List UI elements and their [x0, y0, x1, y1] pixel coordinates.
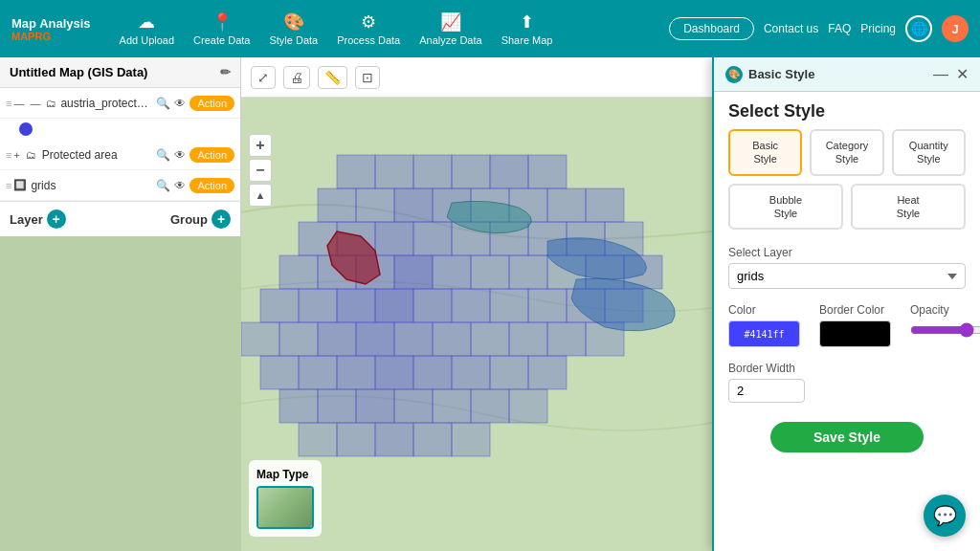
add-layer-btn[interactable]: Layer + — [10, 209, 66, 229]
basic-style-btn[interactable]: BasicStyle — [728, 129, 802, 176]
eye-icon-3[interactable]: 👁 — [174, 179, 186, 192]
svg-rect-28 — [433, 255, 471, 289]
zoom-fit-btn[interactable]: ⤢ — [251, 66, 276, 89]
svg-rect-44 — [241, 322, 279, 356]
pricing-link[interactable]: Pricing — [860, 22, 896, 35]
analyze-icon: 📈 — [440, 11, 461, 33]
measure-btn[interactable]: 📏 — [318, 66, 347, 89]
edit-icon[interactable]: ✏ — [220, 65, 231, 79]
border-color-label: Border Color — [819, 303, 891, 317]
svg-rect-4 — [452, 155, 490, 188]
search-icon-1[interactable]: 🔍 — [156, 97, 170, 110]
svg-rect-24 — [279, 255, 318, 289]
svg-rect-73 — [452, 423, 490, 456]
quantity-style-btn[interactable]: QuantityStyle — [892, 129, 966, 176]
chat-button[interactable]: 💬 — [924, 495, 966, 537]
style-icon: 🎨 — [283, 11, 304, 33]
app-title: Map Analysis — [11, 16, 91, 31]
faq-link[interactable]: FAQ — [828, 22, 851, 35]
svg-rect-69 — [299, 423, 337, 456]
color-section: Color #4141ff Border Color Opacity — [714, 298, 980, 352]
logo-rg: RG — [34, 31, 51, 42]
svg-rect-29 — [471, 255, 509, 289]
zoom-in-btn[interactable]: + — [249, 134, 272, 157]
close-btn[interactable]: ✕ — [956, 65, 969, 83]
north-btn[interactable]: ▲ — [249, 184, 272, 207]
search-icon-3[interactable]: 🔍 — [156, 179, 170, 192]
user-avatar[interactable]: J — [942, 15, 969, 42]
opacity-slider[interactable] — [910, 322, 980, 338]
contact-link[interactable]: Contact us — [764, 22, 818, 35]
print-btn[interactable]: 🖨 — [283, 66, 310, 89]
svg-rect-17 — [375, 222, 413, 255]
style-buttons-row2: BubbleStyle HeatStyle — [714, 184, 980, 242]
logo-area: Map Analysis MAPRG — [11, 16, 91, 42]
settings-btn[interactable]: ⊡ — [355, 66, 380, 89]
layer-minus2: — — [30, 98, 40, 109]
bubble-style-btn[interactable]: BubbleStyle — [728, 184, 843, 231]
svg-rect-72 — [413, 423, 452, 456]
nav-share-map-label: Share Map — [501, 34, 553, 46]
style-buttons-row1: BasicStyle CategoryStyle QuantityStyle — [714, 129, 980, 184]
nav-share-map[interactable]: ⬆ Share Map — [501, 11, 553, 46]
style-panel-header: 🎨 Basic Style — ✕ — [714, 57, 980, 92]
svg-rect-65 — [394, 389, 433, 423]
add-layer-circle[interactable]: + — [47, 209, 66, 229]
svg-rect-5 — [490, 155, 528, 188]
action-btn-1[interactable]: Action — [189, 96, 234, 111]
svg-rect-67 — [471, 389, 509, 423]
svg-rect-14 — [586, 188, 624, 222]
svg-rect-60 — [490, 356, 528, 389]
share-icon: ⬆ — [520, 11, 534, 33]
action-btn-3[interactable]: Action — [189, 178, 234, 193]
add-group-circle[interactable]: + — [212, 209, 231, 229]
create-icon: 📍 — [212, 11, 233, 33]
topbar: Map Analysis MAPRG ☁ Add Upload 📍 Create… — [0, 0, 980, 57]
nav-process-data[interactable]: ⚙ Process Data — [337, 11, 400, 46]
layer-item-grids: ≡ 🔲 grids 🔍 👁 Action — [0, 170, 240, 201]
svg-rect-61 — [528, 356, 567, 389]
panel-header: Untitled Map (GIS Data) ✏ — [0, 57, 240, 88]
zoom-out-btn[interactable]: − — [249, 159, 272, 182]
nav-create-data[interactable]: 📍 Create Data — [193, 11, 250, 46]
svg-rect-55 — [299, 356, 337, 389]
svg-rect-56 — [337, 356, 375, 389]
search-icon-2[interactable]: 🔍 — [156, 148, 170, 162]
add-group-btn[interactable]: Group + — [170, 209, 231, 229]
upload-icon: ☁ — [138, 11, 155, 33]
border-width-input[interactable] — [728, 379, 805, 403]
eye-icon-1[interactable]: 👁 — [174, 97, 186, 110]
category-style-btn[interactable]: CategoryStyle — [810, 129, 883, 176]
panel-title: Untitled Map (GIS Data) — [10, 65, 147, 79]
color-swatch[interactable]: #4141ff — [728, 320, 800, 347]
svg-rect-45 — [279, 322, 318, 356]
action-btn-2[interactable]: Action — [189, 147, 234, 163]
layer-item-protected: ≡ + 🗂 Protected area 🔍 👁 Action — [0, 140, 240, 170]
nav-analyze-data[interactable]: 📈 Analyze Data — [419, 11, 481, 46]
map-thumbnail[interactable] — [256, 486, 314, 529]
color-hex-value: #4141ff — [744, 329, 784, 340]
heat-style-btn[interactable]: HeatStyle — [851, 184, 966, 231]
svg-rect-50 — [471, 322, 509, 356]
color-swatch-dot — [19, 122, 33, 136]
layer-select-dropdown[interactable]: grids — [728, 263, 966, 289]
globe-icon[interactable]: 🌐 — [905, 15, 932, 42]
svg-rect-47 — [356, 322, 394, 356]
minimize-btn[interactable]: — — [933, 65, 948, 83]
svg-rect-34 — [260, 289, 299, 322]
nav-add-upload-label: Add Upload — [120, 34, 175, 46]
nav-style-data[interactable]: 🎨 Style Data — [269, 11, 318, 46]
layer-name-grids: grids — [31, 179, 152, 192]
dashboard-button[interactable]: Dashboard — [669, 17, 754, 40]
select-style-title: Select Style — [714, 92, 980, 129]
minus-icon: — — [13, 98, 24, 109]
svg-rect-39 — [452, 289, 490, 322]
nav-add-upload[interactable]: ☁ Add Upload — [120, 11, 175, 46]
nav-process-data-label: Process Data — [337, 34, 400, 46]
svg-rect-46 — [318, 322, 356, 356]
svg-rect-40 — [490, 289, 528, 322]
svg-rect-62 — [279, 389, 318, 423]
eye-icon-2[interactable]: 👁 — [174, 148, 186, 162]
border-color-swatch[interactable] — [819, 320, 891, 347]
save-style-btn[interactable]: Save Style — [770, 422, 924, 452]
